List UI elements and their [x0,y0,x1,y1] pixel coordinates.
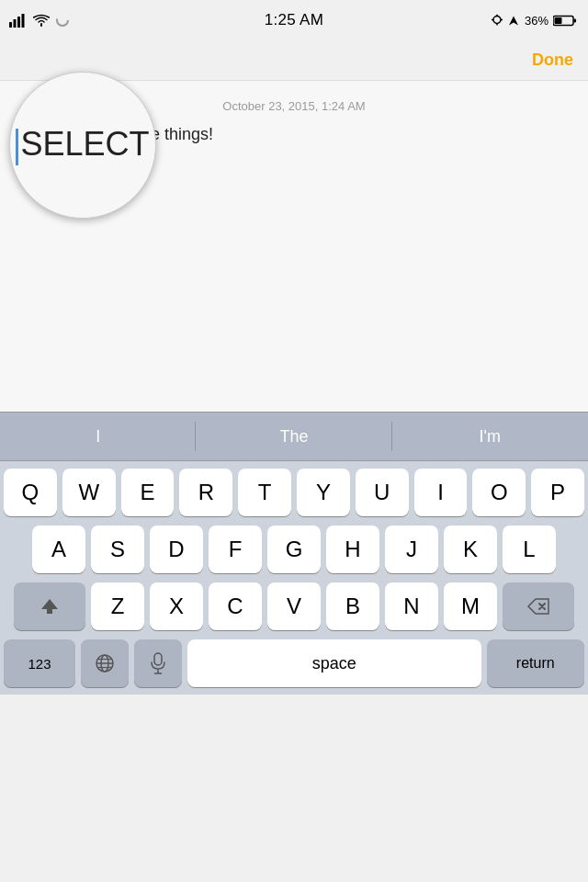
delete-key[interactable] [503,582,574,630]
key-i[interactable]: I [414,469,468,516]
nav-arrow-icon [507,14,520,27]
status-left [9,13,70,28]
keyboard-row-1: Q W E R T Y U I O P [4,469,584,516]
numbers-key[interactable]: 123 [4,639,75,687]
space-key[interactable]: space [187,639,481,687]
key-k[interactable]: K [444,526,497,573]
key-y[interactable]: Y [297,469,350,516]
key-x[interactable]: X [150,582,203,630]
svg-rect-1 [14,19,17,28]
svg-rect-8 [555,17,562,24]
key-q[interactable]: Q [4,469,57,516]
svg-point-5 [493,16,501,23]
mic-icon [150,652,166,674]
key-e[interactable]: E [121,469,175,516]
key-b[interactable]: B [326,582,379,630]
keyboard: Q W E R T Y U I O P A S D F G H J K L [0,461,588,695]
location-icon [492,14,503,27]
autocomplete-item-i[interactable]: I [0,413,196,460]
key-w[interactable]: W [62,469,116,516]
svg-rect-7 [574,18,577,22]
key-h[interactable]: H [326,526,379,573]
key-p[interactable]: P [531,469,584,516]
keyboard-row-2: A S D F G H J K L [4,526,584,573]
svg-rect-0 [9,22,12,28]
battery-icon [553,14,577,27]
done-button[interactable]: Done [532,51,573,70]
keyboard-row-3: Z X C V B N M [4,582,584,630]
autocomplete-item-im[interactable]: I'm [392,413,588,460]
content-area: SELECT October 23, 2015, 1:24 AM SELECTI… [0,81,588,283]
loupe-text: SELECT [16,125,149,164]
key-z[interactable]: Z [91,582,144,630]
empty-content-space [0,283,588,412]
autocomplete-bar: I The I'm [0,412,588,461]
globe-icon [94,652,116,674]
status-bar: 1:25 AM 36% [0,0,588,40]
return-key[interactable]: return [487,639,585,687]
key-n[interactable]: N [385,582,438,630]
autocomplete-item-the[interactable]: The [196,413,391,460]
status-time: 1:25 AM [265,11,323,29]
key-l[interactable]: L [503,526,556,573]
wifi-icon [33,14,50,27]
delete-icon [526,597,550,616]
keyboard-row-4: 123 space [4,639,584,691]
key-a[interactable]: A [32,526,85,573]
svg-point-4 [57,15,68,26]
battery-percent: 36% [525,14,548,28]
key-r[interactable]: R [179,469,232,516]
loupe-cursor [16,129,18,165]
globe-key[interactable] [81,639,129,687]
key-s[interactable]: S [91,526,144,573]
svg-rect-2 [17,17,20,28]
shift-icon [40,596,60,616]
signal-icon [9,13,28,28]
key-c[interactable]: C [209,582,262,630]
key-f[interactable]: F [209,526,262,573]
key-j[interactable]: J [385,526,438,573]
loading-icon [55,13,70,28]
key-v[interactable]: V [267,582,321,630]
key-t[interactable]: T [238,469,291,516]
keyboard-keys: Q W E R T Y U I O P A S D F G H J K L [0,461,588,695]
key-m[interactable]: M [444,582,497,630]
key-g[interactable]: G [267,526,321,573]
key-d[interactable]: D [150,526,203,573]
mic-key[interactable] [134,639,182,687]
key-o[interactable]: O [472,469,526,516]
shift-key[interactable] [14,582,85,630]
key-u[interactable]: U [356,469,409,516]
svg-rect-14 [154,653,162,665]
status-right: 36% [492,14,577,28]
svg-rect-3 [22,14,25,28]
magnifier-loupe: SELECT [9,72,156,219]
